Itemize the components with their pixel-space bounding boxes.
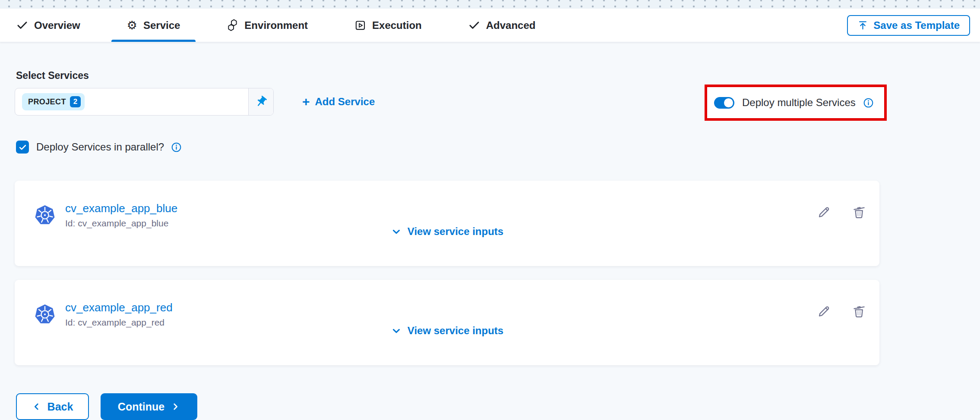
deploy-parallel-label: Deploy Services in parallel?	[36, 141, 164, 153]
view-service-inputs-label: View service inputs	[408, 226, 503, 238]
select-services-label: Select Services	[16, 70, 980, 81]
check-icon	[468, 19, 480, 31]
service-card-actions	[816, 205, 866, 219]
back-label: Back	[47, 401, 73, 413]
services-multiselect[interactable]: PROJECT 2	[15, 88, 274, 116]
stage-tabs: Overview ⚙ Service Environment	[0, 9, 551, 42]
upload-icon	[857, 20, 868, 31]
view-service-inputs-toggle[interactable]: View service inputs	[15, 226, 879, 238]
add-service-label: Add Service	[315, 96, 375, 108]
tab-service[interactable]: ⚙ Service	[111, 9, 196, 42]
view-service-inputs-toggle[interactable]: View service inputs	[15, 325, 879, 337]
stage-service-config-screen: Overview ⚙ Service Environment	[0, 0, 980, 420]
edit-service-button[interactable]	[816, 205, 831, 219]
service-name-link[interactable]: cv_example_app_blue	[65, 202, 177, 215]
tab-execution[interactable]: Execution	[339, 9, 437, 42]
service-card: cv_example_app_red Id: cv_example_app_re…	[15, 280, 879, 365]
save-as-template-button[interactable]: Save as Template	[847, 15, 970, 36]
delete-service-button[interactable]	[852, 304, 866, 319]
service-name-link[interactable]: cv_example_app_red	[65, 301, 173, 314]
play-square-icon	[354, 19, 366, 31]
view-service-inputs-label: View service inputs	[408, 325, 503, 337]
kubernetes-icon	[34, 304, 56, 325]
service-config-content: Select Services PROJECT 2	[0, 42, 980, 420]
service-card-text: cv_example_app_blue Id: cv_example_app_b…	[65, 202, 177, 229]
chip-count-badge: 2	[70, 96, 81, 107]
hexagons-icon	[227, 19, 238, 31]
kubernetes-icon	[34, 204, 56, 226]
continue-label: Continue	[118, 401, 164, 413]
service-card-text: cv_example_app_red Id: cv_example_app_re…	[65, 301, 173, 328]
tab-advanced[interactable]: Advanced	[453, 9, 551, 42]
tab-overview[interactable]: Overview	[1, 9, 96, 42]
tab-label: Overview	[34, 19, 80, 31]
tab-environment[interactable]: Environment	[211, 9, 323, 42]
deploy-multiple-label: Deploy multiple Services	[742, 97, 856, 109]
tab-label: Service	[143, 19, 180, 31]
info-icon[interactable]	[171, 142, 181, 152]
pin-icon	[255, 95, 268, 108]
pipeline-canvas-strip	[0, 0, 980, 9]
service-card-header: cv_example_app_red Id: cv_example_app_re…	[34, 301, 173, 328]
chevron-left-icon	[32, 402, 41, 411]
continue-button[interactable]: Continue	[101, 393, 197, 420]
deploy-parallel-row: Deploy Services in parallel?	[16, 141, 980, 154]
gear-icon: ⚙	[127, 19, 137, 31]
service-card-actions	[816, 304, 866, 319]
chevron-down-icon	[391, 325, 402, 336]
delete-service-button[interactable]	[852, 205, 866, 219]
project-scope-chip[interactable]: PROJECT 2	[22, 93, 85, 110]
tab-label: Execution	[372, 19, 422, 31]
save-as-template-label: Save as Template	[873, 19, 960, 31]
check-icon	[16, 19, 28, 31]
project-scope-chip-label: PROJECT	[28, 97, 66, 107]
tab-label: Advanced	[486, 19, 536, 31]
edit-service-button[interactable]	[816, 304, 831, 319]
service-card: cv_example_app_blue Id: cv_example_app_b…	[15, 181, 879, 266]
footer-actions: Back Continue	[16, 393, 980, 420]
chevron-right-icon	[171, 402, 180, 411]
add-service-button[interactable]: + Add Service	[302, 95, 375, 108]
tab-label: Environment	[244, 19, 308, 31]
plus-icon: +	[302, 95, 310, 108]
deploy-multiple-highlight-box: Deploy multiple Services	[705, 85, 887, 121]
pin-filter-button[interactable]	[248, 88, 273, 115]
deploy-parallel-checkbox[interactable]	[16, 141, 29, 154]
info-icon[interactable]	[863, 98, 873, 108]
service-card-header: cv_example_app_blue Id: cv_example_app_b…	[34, 202, 177, 229]
services-multiselect-body[interactable]: PROJECT 2	[15, 88, 248, 115]
deploy-multiple-toggle[interactable]	[714, 97, 734, 109]
stage-tabbar: Overview ⚙ Service Environment	[0, 9, 980, 42]
chevron-down-icon	[391, 226, 402, 237]
back-button[interactable]: Back	[16, 393, 89, 420]
toggle-knob	[724, 98, 733, 107]
